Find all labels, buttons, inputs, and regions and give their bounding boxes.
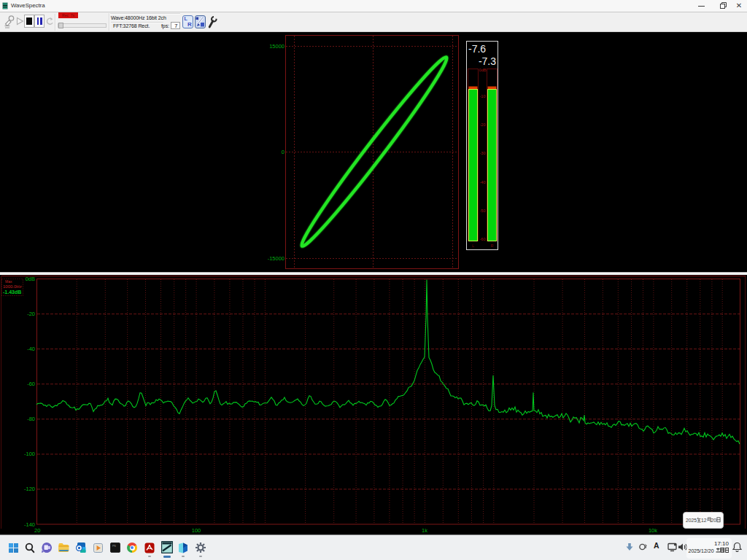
svg-text:-100: -100 xyxy=(24,451,35,457)
svg-text:-120: -120 xyxy=(24,486,35,492)
svg-text:1000.0Hz: 1000.0Hz xyxy=(3,284,22,289)
svg-text:PN: PN xyxy=(112,545,116,548)
svg-text:-20: -20 xyxy=(480,122,486,127)
svg-text:15000: 15000 xyxy=(269,43,285,50)
svg-text:R: R xyxy=(491,244,494,248)
svg-text:-40: -40 xyxy=(27,346,35,352)
svg-text:0dB: 0dB xyxy=(479,68,487,72)
svg-text:L: L xyxy=(472,244,474,248)
svg-text:10k: 10k xyxy=(649,527,657,534)
svg-text:0: 0 xyxy=(282,149,285,155)
svg-text:-140: -140 xyxy=(24,521,35,528)
svg-text:0dB: 0dB xyxy=(26,276,35,282)
svg-text:-80: -80 xyxy=(27,416,35,422)
svg-text:-30: -30 xyxy=(480,151,486,155)
svg-text:-1.43dB: -1.43dB xyxy=(3,289,21,295)
svg-text:-20: -20 xyxy=(27,311,35,317)
svg-text:-7.3: -7.3 xyxy=(479,55,496,67)
svg-text:-7.6: -7.6 xyxy=(468,43,486,55)
svg-text:1k: 1k xyxy=(422,527,427,534)
svg-text:-50: -50 xyxy=(480,209,486,213)
svg-text:-60: -60 xyxy=(480,237,486,241)
svg-text:-40: -40 xyxy=(480,180,486,184)
svg-text:20: 20 xyxy=(34,527,40,534)
svg-text:100: 100 xyxy=(192,527,201,534)
svg-text:Max: Max xyxy=(5,279,12,284)
svg-text:-10: -10 xyxy=(480,94,486,98)
svg-text:-15000: -15000 xyxy=(268,255,285,262)
svg-text:-60: -60 xyxy=(27,381,35,387)
